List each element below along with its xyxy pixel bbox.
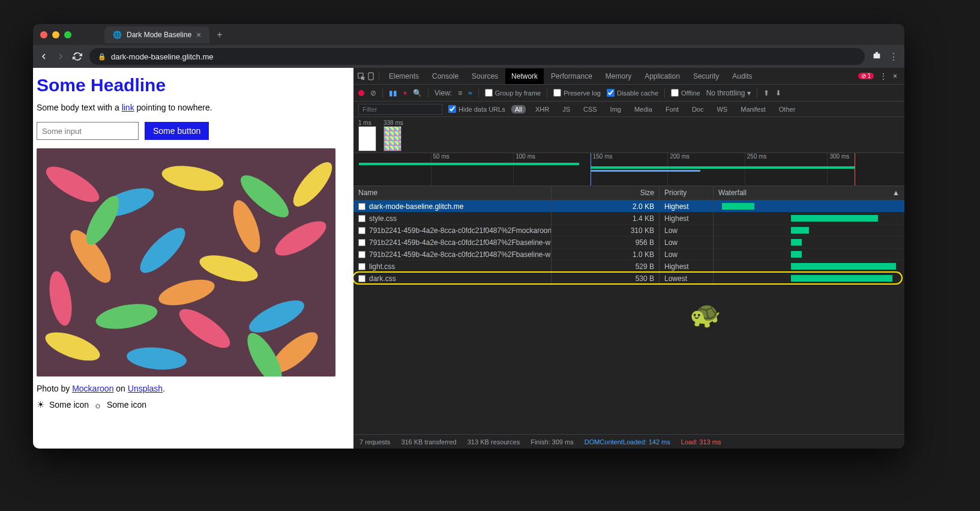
filmstrip: 1 ms 338 ms (353, 117, 904, 153)
filter-ws[interactable]: WS (713, 105, 731, 113)
request-name: 791b2241-459b-4a2e-8cca-c0fdc21f0487%2Fm… (369, 226, 552, 235)
filter-icon[interactable]: ▾ (403, 89, 407, 97)
request-priority: Low (660, 248, 714, 261)
new-tab-button[interactable]: + (217, 29, 222, 40)
waterfall-bar (791, 263, 896, 270)
page-headline: Some Headline (37, 75, 350, 95)
some-button[interactable]: Some button (145, 122, 209, 140)
disable-cache-checkbox[interactable]: Disable cache (607, 89, 658, 97)
preserve-log-checkbox[interactable]: Preserve log (553, 89, 601, 97)
record-button[interactable] (358, 90, 364, 96)
clear-icon[interactable]: ⊘ (370, 89, 376, 97)
offline-checkbox[interactable]: Offline (671, 89, 700, 97)
devtools-tabs: Elements Console Sources Network Perform… (353, 68, 904, 85)
browser-tab[interactable]: 🌐 Dark Mode Baseline × (104, 26, 209, 43)
waterfall-bar (791, 227, 809, 234)
request-name: dark-mode-baseline.glitch.me (369, 202, 463, 211)
search-icon[interactable]: 🔍 (413, 89, 422, 97)
tab-elements[interactable]: Elements (383, 68, 425, 84)
filmstrip-icon[interactable]: ▮▮ (389, 89, 397, 97)
request-row[interactable]: 791b2241-459b-4a2e-8cca-c0fdc21f0487%2Fm… (353, 225, 904, 237)
tab-title: Dark Mode Baseline (127, 31, 191, 39)
col-name[interactable]: Name (353, 186, 552, 200)
request-name: light.css (369, 262, 395, 271)
unsplash-link[interactable]: Unsplash (128, 384, 163, 393)
filter-manifest[interactable]: Manifest (737, 105, 769, 113)
page-viewport: Some Headline Some body text with a link… (33, 68, 353, 449)
download-icon[interactable]: ⬆ (763, 89, 769, 97)
browser-toolbar: 🔒 dark-mode-baseline.glitch.me ⋮ (33, 45, 904, 68)
filter-font[interactable]: Font (662, 105, 682, 113)
extensions-icon[interactable] (872, 50, 882, 62)
error-badge[interactable]: ⊘ 1 (858, 73, 874, 79)
request-row[interactable]: dark.css530 BLowest (353, 273, 904, 285)
forward-button[interactable] (56, 52, 65, 61)
filter-xhr[interactable]: XHR (532, 105, 553, 113)
col-size[interactable]: Size (552, 186, 660, 200)
minimize-window-button[interactable] (52, 31, 59, 38)
maximize-window-button[interactable] (64, 31, 71, 38)
request-size: 1.0 KB (552, 248, 660, 261)
large-rows-icon[interactable]: ≡ (458, 89, 462, 97)
status-transferred: 316 KB transferred (401, 438, 456, 446)
filter-css[interactable]: CSS (580, 105, 601, 113)
turtle-icon: 🐢 (690, 300, 721, 329)
device-icon[interactable] (367, 72, 375, 80)
request-row[interactable]: style.css1.4 KBHighest (353, 213, 904, 225)
filter-other[interactable]: Other (775, 105, 799, 113)
waterfall-bar (791, 239, 802, 246)
tab-network[interactable]: Network (505, 68, 544, 84)
filter-row: Hide data URLs All XHR JS CSS Img Media … (353, 101, 904, 117)
group-by-frame-checkbox[interactable]: Group by frame (485, 89, 541, 97)
request-row[interactable]: 791b2241-459b-4a2e-8cca-c0fdc21f0487%2Fb… (353, 249, 904, 261)
svg-rect-1 (876, 52, 878, 54)
tab-performance[interactable]: Performance (545, 68, 598, 84)
waterfall-icon[interactable]: ≈ (468, 89, 472, 97)
filter-doc[interactable]: Doc (688, 105, 708, 113)
close-window-button[interactable] (40, 31, 47, 38)
inspect-icon[interactable] (357, 72, 365, 80)
col-priority[interactable]: Priority (660, 186, 714, 200)
text-input[interactable] (37, 122, 139, 140)
request-priority: Highest (660, 260, 714, 273)
address-bar[interactable]: 🔒 dark-mode-baseline.glitch.me (89, 48, 865, 65)
waterfall-bar (791, 215, 878, 222)
reload-button[interactable] (73, 52, 82, 61)
thumb-1[interactable] (358, 126, 376, 151)
tab-application[interactable]: Application (639, 68, 686, 84)
file-icon (358, 239, 365, 246)
devtools-more-icon[interactable]: ⋮ (880, 72, 887, 80)
back-button[interactable] (39, 52, 49, 61)
filter-img[interactable]: Img (607, 105, 625, 113)
author-link[interactable]: Mockaroon (72, 384, 113, 393)
filter-media[interactable]: Media (631, 105, 656, 113)
devtools-close-icon[interactable]: × (893, 72, 897, 80)
body-link[interactable]: link (122, 103, 134, 112)
request-priority: Highest (660, 212, 714, 225)
close-tab-icon[interactable]: × (196, 30, 201, 40)
tab-security[interactable]: Security (687, 68, 725, 84)
filter-input[interactable] (358, 104, 442, 115)
file-icon (358, 275, 365, 282)
thumb-2[interactable] (383, 126, 401, 151)
upload-icon[interactable]: ⬇ (775, 89, 781, 97)
hide-data-urls-checkbox[interactable]: Hide data URLs (448, 105, 505, 113)
tab-sources[interactable]: Sources (466, 68, 504, 84)
file-icon (358, 251, 365, 258)
request-row[interactable]: light.css529 BHighest (353, 261, 904, 273)
view-label: View: (434, 89, 452, 97)
col-waterfall[interactable]: Waterfall▲ (714, 186, 904, 200)
throttling-select[interactable]: No throttling ▾ (706, 89, 751, 97)
filter-all[interactable]: All (511, 105, 526, 113)
tab-memory[interactable]: Memory (600, 68, 637, 84)
waterfall-bar (791, 275, 892, 282)
tab-audits[interactable]: Audits (726, 68, 758, 84)
tab-console[interactable]: Console (426, 68, 464, 84)
timeline-overview[interactable]: 50 ms 100 ms 150 ms 200 ms 250 ms 300 ms (353, 153, 904, 186)
filter-js[interactable]: JS (559, 105, 574, 113)
grid-header: Name Size Priority Waterfall▲ (353, 186, 904, 201)
request-row[interactable]: dark-mode-baseline.glitch.me2.0 KBHighes… (353, 201, 904, 213)
icon-label-1: Some icon (49, 400, 89, 410)
request-row[interactable]: 791b2241-459b-4a2e-8cca-c0fdc21f0487%2Fb… (353, 237, 904, 249)
menu-icon[interactable]: ⋮ (889, 51, 898, 62)
